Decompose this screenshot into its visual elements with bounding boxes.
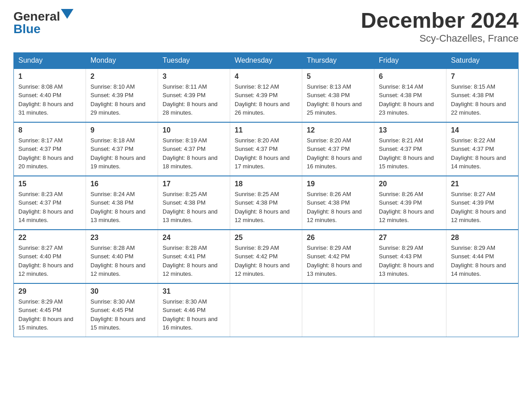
calendar-cell: 15Sunrise: 8:23 AMSunset: 4:37 PMDayligh… [14, 176, 86, 230]
day-number: 4 [235, 73, 297, 81]
day-info: Sunrise: 8:18 AMSunset: 4:37 PMDaylight:… [90, 136, 153, 171]
day-info: Sunrise: 8:13 AMSunset: 4:38 PMDaylight:… [307, 82, 369, 117]
calendar-cell: 24Sunrise: 8:28 AMSunset: 4:41 PMDayligh… [158, 230, 230, 283]
day-info: Sunrise: 8:29 AMSunset: 4:43 PMDaylight:… [379, 244, 442, 278]
day-number: 13 [379, 126, 442, 134]
calendar-cell: 10Sunrise: 8:19 AMSunset: 4:37 PMDayligh… [158, 122, 230, 176]
calendar-cell: 26Sunrise: 8:29 AMSunset: 4:42 PMDayligh… [302, 230, 374, 283]
calendar-cell [446, 283, 519, 337]
calendar-cell: 23Sunrise: 8:28 AMSunset: 4:40 PMDayligh… [86, 230, 158, 283]
day-number: 12 [307, 126, 369, 134]
day-number: 19 [307, 180, 369, 188]
day-info: Sunrise: 8:25 AMSunset: 4:38 PMDaylight:… [163, 190, 225, 225]
calendar-table: Sunday Monday Tuesday Wednesday Thursday… [13, 52, 519, 338]
day-info: Sunrise: 8:28 AMSunset: 4:41 PMDaylight:… [163, 244, 225, 278]
header-saturday: Saturday [446, 52, 519, 68]
day-info: Sunrise: 8:29 AMSunset: 4:45 PMDaylight:… [18, 297, 81, 332]
day-info: Sunrise: 8:19 AMSunset: 4:37 PMDaylight:… [163, 136, 225, 171]
calendar-cell: 11Sunrise: 8:20 AMSunset: 4:37 PMDayligh… [230, 122, 302, 176]
logo: General Blue [13, 9, 73, 35]
day-number: 30 [90, 287, 153, 295]
calendar-cell: 4Sunrise: 8:12 AMSunset: 4:39 PMDaylight… [230, 68, 302, 122]
day-number: 10 [163, 126, 225, 134]
day-number: 3 [163, 73, 225, 81]
calendar-cell: 17Sunrise: 8:25 AMSunset: 4:38 PMDayligh… [158, 176, 230, 230]
day-number: 16 [90, 180, 153, 188]
calendar-cell [230, 283, 302, 337]
header-wednesday: Wednesday [230, 52, 302, 68]
calendar-cell: 12Sunrise: 8:20 AMSunset: 4:37 PMDayligh… [302, 122, 374, 176]
calendar-subtitle: Scy-Chazelles, France [361, 33, 519, 44]
calendar-cell: 7Sunrise: 8:15 AMSunset: 4:38 PMDaylight… [446, 68, 519, 122]
day-number: 22 [18, 234, 81, 242]
calendar-week-row: 29Sunrise: 8:29 AMSunset: 4:45 PMDayligh… [14, 283, 519, 337]
header-monday: Monday [86, 52, 158, 68]
calendar-cell: 25Sunrise: 8:29 AMSunset: 4:42 PMDayligh… [230, 230, 302, 283]
day-number: 2 [90, 73, 153, 81]
header-sunday: Sunday [14, 52, 86, 68]
day-number: 1 [18, 73, 81, 81]
day-number: 28 [451, 234, 514, 242]
calendar-cell: 5Sunrise: 8:13 AMSunset: 4:38 PMDaylight… [302, 68, 374, 122]
calendar-cell: 22Sunrise: 8:27 AMSunset: 4:40 PMDayligh… [14, 230, 86, 283]
day-number: 6 [379, 73, 442, 81]
header-thursday: Thursday [302, 52, 374, 68]
title-block: December 2024 Scy-Chazelles, France [361, 9, 519, 44]
day-number: 21 [451, 180, 514, 188]
calendar-cell: 6Sunrise: 8:14 AMSunset: 4:38 PMDaylight… [374, 68, 446, 122]
calendar-cell: 31Sunrise: 8:30 AMSunset: 4:46 PMDayligh… [158, 283, 230, 337]
page-header: General Blue December 2024 Scy-Chazelles… [13, 9, 519, 44]
calendar-cell [374, 283, 446, 337]
day-info: Sunrise: 8:11 AMSunset: 4:39 PMDaylight:… [163, 82, 225, 117]
day-info: Sunrise: 8:12 AMSunset: 4:39 PMDaylight:… [235, 82, 297, 117]
day-info: Sunrise: 8:14 AMSunset: 4:38 PMDaylight:… [379, 82, 442, 117]
day-info: Sunrise: 8:29 AMSunset: 4:42 PMDaylight:… [307, 244, 369, 278]
day-info: Sunrise: 8:27 AMSunset: 4:40 PMDaylight:… [18, 244, 81, 278]
calendar-cell: 30Sunrise: 8:30 AMSunset: 4:45 PMDayligh… [86, 283, 158, 337]
day-number: 29 [18, 287, 81, 295]
day-info: Sunrise: 8:29 AMSunset: 4:42 PMDaylight:… [235, 244, 297, 278]
day-number: 5 [307, 73, 369, 81]
day-number: 7 [451, 73, 514, 81]
calendar-cell: 21Sunrise: 8:27 AMSunset: 4:39 PMDayligh… [446, 176, 519, 230]
day-info: Sunrise: 8:24 AMSunset: 4:38 PMDaylight:… [90, 190, 153, 225]
day-number: 24 [163, 234, 225, 242]
calendar-cell: 20Sunrise: 8:26 AMSunset: 4:39 PMDayligh… [374, 176, 446, 230]
day-number: 23 [90, 234, 153, 242]
day-info: Sunrise: 8:17 AMSunset: 4:37 PMDaylight:… [18, 136, 81, 171]
day-info: Sunrise: 8:10 AMSunset: 4:39 PMDaylight:… [90, 82, 153, 117]
day-number: 31 [163, 287, 225, 295]
calendar-cell: 27Sunrise: 8:29 AMSunset: 4:43 PMDayligh… [374, 230, 446, 283]
day-info: Sunrise: 8:20 AMSunset: 4:37 PMDaylight:… [307, 136, 369, 171]
day-info: Sunrise: 8:29 AMSunset: 4:44 PMDaylight:… [451, 244, 514, 278]
day-info: Sunrise: 8:26 AMSunset: 4:39 PMDaylight:… [379, 190, 442, 225]
calendar-cell: 28Sunrise: 8:29 AMSunset: 4:44 PMDayligh… [446, 230, 519, 283]
calendar-cell: 29Sunrise: 8:29 AMSunset: 4:45 PMDayligh… [14, 283, 86, 337]
calendar-cell: 3Sunrise: 8:11 AMSunset: 4:39 PMDaylight… [158, 68, 230, 122]
day-number: 17 [163, 180, 225, 188]
day-info: Sunrise: 8:22 AMSunset: 4:37 PMDaylight:… [451, 136, 514, 171]
calendar-cell: 16Sunrise: 8:24 AMSunset: 4:38 PMDayligh… [86, 176, 158, 230]
logo-blue-text: Blue [13, 22, 41, 36]
day-info: Sunrise: 8:15 AMSunset: 4:38 PMDaylight:… [451, 82, 514, 117]
day-number: 15 [18, 180, 81, 188]
calendar-cell: 18Sunrise: 8:25 AMSunset: 4:38 PMDayligh… [230, 176, 302, 230]
logo-triangle-icon [61, 9, 73, 19]
calendar-week-row: 8Sunrise: 8:17 AMSunset: 4:37 PMDaylight… [14, 122, 519, 176]
day-info: Sunrise: 8:30 AMSunset: 4:46 PMDaylight:… [163, 297, 225, 332]
day-number: 20 [379, 180, 442, 188]
header-tuesday: Tuesday [158, 52, 230, 68]
day-number: 14 [451, 126, 514, 134]
calendar-cell: 14Sunrise: 8:22 AMSunset: 4:37 PMDayligh… [446, 122, 519, 176]
day-number: 27 [379, 234, 442, 242]
logo-general-text: General [13, 9, 60, 23]
day-info: Sunrise: 8:23 AMSunset: 4:37 PMDaylight:… [18, 190, 81, 225]
day-number: 26 [307, 234, 369, 242]
day-number: 8 [18, 126, 81, 134]
calendar-week-row: 1Sunrise: 8:08 AMSunset: 4:40 PMDaylight… [14, 68, 519, 122]
calendar-cell: 9Sunrise: 8:18 AMSunset: 4:37 PMDaylight… [86, 122, 158, 176]
day-info: Sunrise: 8:27 AMSunset: 4:39 PMDaylight:… [451, 190, 514, 225]
calendar-cell: 1Sunrise: 8:08 AMSunset: 4:40 PMDaylight… [14, 68, 86, 122]
day-info: Sunrise: 8:28 AMSunset: 4:40 PMDaylight:… [90, 244, 153, 278]
day-number: 25 [235, 234, 297, 242]
